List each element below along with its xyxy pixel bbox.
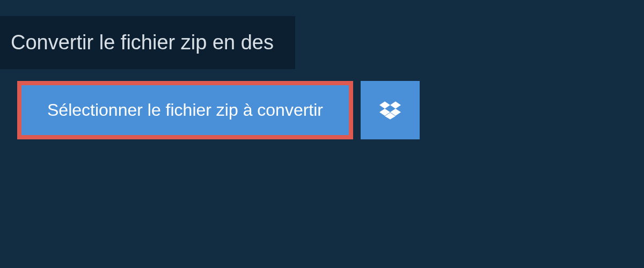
- select-file-button[interactable]: Sélectionner le fichier zip à convertir: [17, 81, 353, 139]
- page-header: Convertir le fichier zip en des: [0, 16, 295, 69]
- action-row: Sélectionner le fichier zip à convertir: [17, 81, 644, 139]
- dropbox-icon: [379, 100, 401, 121]
- page-title: Convertir le fichier zip en des: [11, 31, 274, 54]
- select-file-label: Sélectionner le fichier zip à convertir: [47, 100, 323, 120]
- dropbox-button[interactable]: [361, 81, 420, 139]
